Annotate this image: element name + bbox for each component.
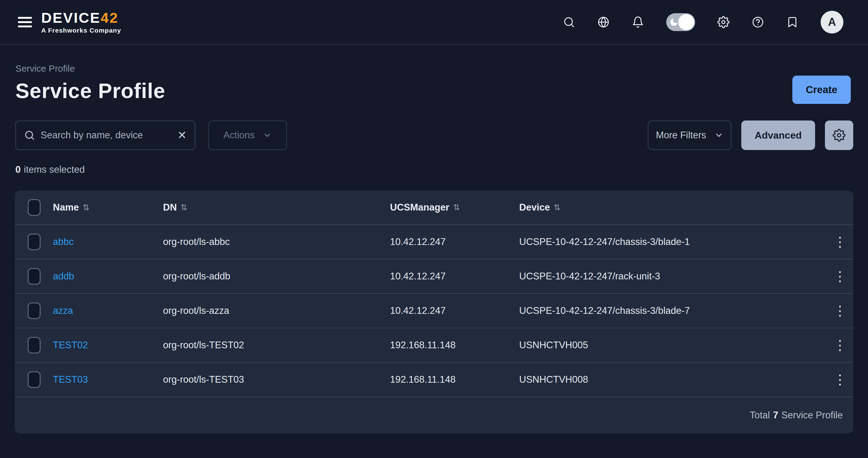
dn-value: org-root/ls-TEST03	[163, 374, 390, 385]
table-row: TEST02 org-root/ls-TEST02 192.168.11.148…	[15, 328, 853, 363]
search-icon[interactable]	[563, 16, 575, 28]
name-link[interactable]: TEST02	[53, 340, 163, 351]
breadcrumb[interactable]: Service Profile	[16, 63, 75, 74]
row-menu-kebab-icon[interactable]: ⋮	[827, 338, 853, 352]
brand-text: DEVICE42	[41, 10, 121, 25]
moon-icon	[669, 17, 679, 27]
dn-value: org-root/ls-azza	[163, 305, 390, 316]
column-header-name[interactable]: Name⇅	[53, 202, 163, 213]
gear-icon[interactable]	[717, 16, 730, 28]
clear-search-icon[interactable]: ✕	[178, 130, 187, 141]
toolbar-right: More Filters Advanced	[648, 121, 853, 150]
total-suffix: Service Profile	[781, 410, 843, 421]
page-title: Service Profile	[16, 79, 851, 103]
row-checkbox[interactable]	[28, 268, 40, 285]
search-box[interactable]: ✕	[16, 121, 195, 150]
create-button[interactable]: Create	[792, 76, 851, 104]
device-value: UCSPE-10-42-12-247/chassis-3/blade-1	[519, 236, 827, 248]
brand-tagline: A Freshworks Company	[41, 27, 121, 34]
name-link[interactable]: abbc	[53, 236, 163, 248]
more-filters-dropdown[interactable]: More Filters	[648, 121, 732, 150]
toggle-knob	[678, 14, 694, 30]
row-checkbox[interactable]	[28, 337, 40, 354]
chevron-down-icon	[263, 131, 272, 140]
name-link[interactable]: TEST03	[53, 374, 163, 385]
topbar-actions: A	[563, 11, 843, 33]
sort-icon[interactable]: ⇅	[181, 203, 188, 212]
sort-icon[interactable]: ⇅	[83, 203, 90, 212]
bell-icon[interactable]	[632, 16, 644, 28]
device42-logo[interactable]: DEVICE42 A Freshworks Company	[41, 10, 121, 34]
selected-label: items selected	[24, 164, 85, 175]
ucsmanager-value: 10.42.12.247	[390, 271, 519, 282]
globe-icon[interactable]	[597, 16, 610, 28]
chevron-down-icon	[714, 131, 723, 140]
row-checkbox[interactable]	[28, 234, 40, 250]
column-header-device[interactable]: Device⇅	[519, 202, 827, 213]
row-menu-kebab-icon[interactable]: ⋮	[827, 373, 853, 386]
row-menu-kebab-icon[interactable]: ⋮	[827, 235, 853, 249]
search-input-icon	[24, 130, 35, 141]
device-value: USNHCTVH008	[519, 374, 827, 385]
search-input[interactable]	[40, 130, 172, 141]
total-prefix: Total	[750, 410, 770, 421]
actions-dropdown[interactable]: Actions	[208, 121, 287, 150]
actions-label: Actions	[223, 130, 255, 141]
column-header-ucsmanager[interactable]: UCSManager⇅	[390, 202, 519, 213]
row-checkbox[interactable]	[28, 371, 40, 388]
ucsmanager-value: 192.168.11.148	[390, 374, 519, 385]
select-all-checkbox[interactable]	[28, 199, 40, 216]
table-row: abbc org-root/ls-abbc 10.42.12.247 UCSPE…	[15, 225, 853, 259]
toolbar: ✕ Actions More Filters Advanced	[16, 121, 853, 150]
dn-value: org-root/ls-TEST02	[163, 340, 390, 351]
dn-value: org-root/ls-abbc	[163, 236, 390, 248]
ucsmanager-value: 192.168.11.148	[390, 340, 519, 351]
table-row: azza org-root/ls-azza 10.42.12.247 UCSPE…	[15, 294, 853, 328]
row-menu-kebab-icon[interactable]: ⋮	[827, 269, 853, 283]
topbar: DEVICE42 A Freshworks Company A	[0, 0, 868, 45]
advanced-button[interactable]: Advanced	[741, 121, 815, 150]
user-avatar[interactable]: A	[820, 11, 843, 33]
table-settings-button[interactable]	[825, 121, 853, 150]
bookmark-icon[interactable]	[786, 16, 799, 28]
more-filters-label: More Filters	[656, 130, 706, 141]
dark-mode-toggle[interactable]	[666, 13, 695, 31]
name-link[interactable]: addb	[53, 271, 163, 282]
sort-icon[interactable]: ⇅	[453, 203, 460, 212]
device-value: UCSPE-10-42-12-247/chassis-3/blade-7	[519, 305, 827, 316]
gear-icon	[833, 129, 845, 142]
hamburger-menu-icon[interactable]	[18, 14, 32, 30]
table-row: addb org-root/ls-addb 10.42.12.247 UCSPE…	[15, 259, 853, 294]
brand-accent-42: 42	[100, 9, 118, 26]
device-value: USNHCTVH005	[519, 340, 827, 351]
items-selected-status: 0items selected	[16, 164, 853, 175]
page-header: Service Profile Service Profile Create	[16, 63, 851, 103]
table-header-row: Name⇅ DN⇅ UCSManager⇅ Device⇅	[15, 191, 853, 225]
total-count: 7	[773, 410, 778, 421]
name-link[interactable]: azza	[53, 305, 163, 316]
device-value: UCSPE-10-42-12-247/rack-unit-3	[519, 271, 827, 282]
row-checkbox[interactable]	[28, 302, 40, 319]
sort-icon[interactable]: ⇅	[554, 203, 561, 212]
service-profile-table: Name⇅ DN⇅ UCSManager⇅ Device⇅ abbc org-r…	[15, 191, 853, 433]
ucsmanager-value: 10.42.12.247	[390, 305, 519, 316]
help-icon[interactable]	[752, 16, 764, 28]
table-footer-total: Total 7 Service Profile	[15, 397, 853, 433]
ucsmanager-value: 10.42.12.247	[390, 236, 519, 248]
dn-value: org-root/ls-addb	[163, 271, 390, 282]
column-header-dn[interactable]: DN⇅	[163, 202, 390, 213]
selected-count: 0	[16, 164, 21, 175]
table-row: TEST03 org-root/ls-TEST03 192.168.11.148…	[15, 363, 853, 397]
row-menu-kebab-icon[interactable]: ⋮	[827, 304, 853, 318]
